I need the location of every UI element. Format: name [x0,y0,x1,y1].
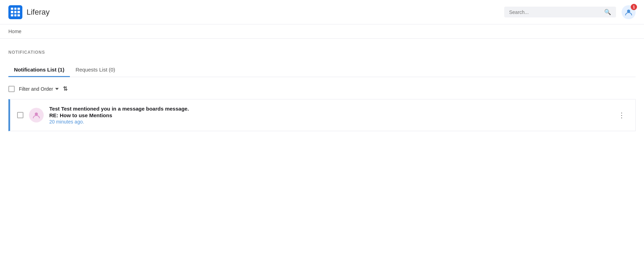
app-grid-icon[interactable] [8,5,22,19]
user-avatar-wrap[interactable]: 1 [622,5,636,19]
notification-list: Test Test mentioned you in a message boa… [8,99,636,131]
chevron-down-icon [55,88,59,90]
toolbar: Filter and Order ⇅ [8,85,636,92]
tab-requests-list[interactable]: Requests List (0) [70,63,121,77]
notification-badge: 1 [631,4,637,10]
notification-content: Test Test mentioned you in a message boa… [49,106,610,125]
sort-icon[interactable]: ⇅ [63,85,67,92]
notification-avatar [29,108,44,122]
filter-and-order-button[interactable]: Filter and Order [19,86,59,92]
search-container: 🔍 [504,7,616,17]
header: Liferay 🔍 1 [0,0,644,24]
select-all-checkbox[interactable] [8,86,15,92]
main-content: NOTIFICATIONS Notifications List (1) Req… [0,39,644,142]
search-input[interactable] [509,9,601,15]
notification-time: 20 minutes ago. [49,119,610,125]
notification-title: Test Test mentioned you in a message boa… [49,106,610,112]
tab-notifications-list[interactable]: Notifications List (1) [8,63,70,77]
notification-title-bold: Test Test mentioned you in a message boa… [49,106,189,112]
header-right: 🔍 1 [504,5,636,19]
breadcrumb: Home [0,24,644,39]
notification-checkbox[interactable] [17,112,23,118]
section-label: NOTIFICATIONS [8,50,636,55]
search-icon: 🔍 [604,9,611,15]
notification-item: Test Test mentioned you in a message boa… [8,99,636,131]
notification-more-button[interactable]: ⋮ [615,110,628,120]
filter-label: Filter and Order [19,86,53,92]
notification-subtitle: RE: How to use Mentions [49,112,610,118]
breadcrumb-label[interactable]: Home [8,29,21,34]
header-left: Liferay [8,5,50,19]
tabs-bar: Notifications List (1) Requests List (0) [8,63,636,77]
brand-name: Liferay [27,8,50,17]
